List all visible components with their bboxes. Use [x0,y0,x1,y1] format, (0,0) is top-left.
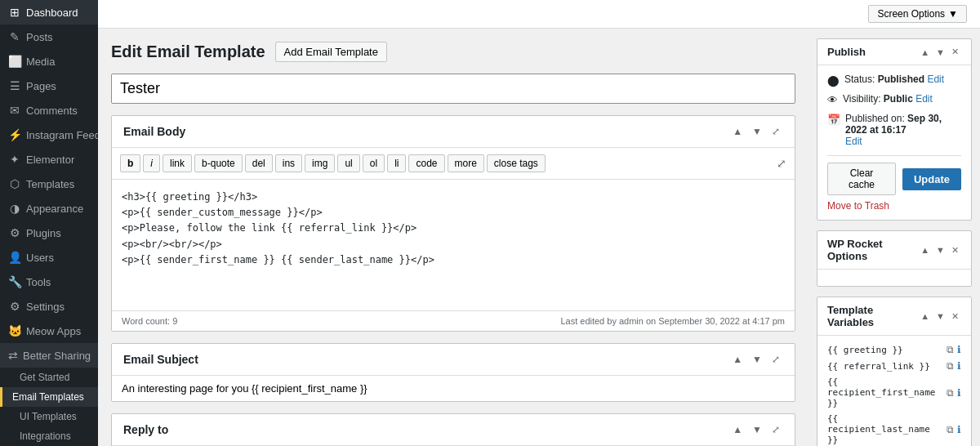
wp-rocket-down-icon[interactable]: ▼ [933,244,947,256]
subject-collapse-down-icon[interactable]: ▼ [749,352,765,367]
users-icon: 👤 [8,251,21,264]
update-button[interactable]: Update [902,168,961,190]
sidebar-item-elementor[interactable]: ✦ Elementor [0,147,98,172]
publish-controls: ▲ ▼ ✕ [918,46,961,58]
template-var-name: {{ recipient_first_name }} [827,377,943,408]
reply-collapse-up-icon[interactable]: ▲ [729,422,746,437]
sidebar-item-comments[interactable]: ✉ Comments [0,98,98,123]
status-edit-link[interactable]: Edit [927,74,944,85]
sidebar-item-users[interactable]: 👤 Users [0,245,98,270]
published-edit-link[interactable]: Edit [845,136,862,147]
email-subject-panel: Email Subject ▲ ▼ ⤢ [111,343,795,402]
sidebar-label: Comments [26,105,78,117]
screen-options-button[interactable]: Screen Options ▼ [868,5,967,23]
publish-title: Publish [827,46,866,58]
wp-rocket-header: WP Rocket Options ▲ ▼ ✕ [817,231,971,270]
visibility-edit-link[interactable]: Edit [915,93,933,105]
wp-rocket-title: WP Rocket Options [827,238,918,262]
sidebar-label: Better Sharing [23,350,91,362]
publish-close-icon[interactable]: ✕ [949,46,961,58]
sidebar-sub-ui-templates[interactable]: UI Templates [0,407,98,426]
sidebar-item-meow[interactable]: 🐱 Meow Apps [0,319,98,343]
bold-button[interactable]: b [120,154,140,172]
reply-collapse-down-icon[interactable]: ▼ [749,422,765,437]
info-icon[interactable]: ℹ [957,424,961,435]
wp-rocket-close-icon[interactable]: ✕ [949,244,961,256]
move-to-trash-link[interactable]: Move to Trash [827,200,961,212]
pages-icon: ☰ [8,79,21,92]
editor-content[interactable]: <h3>{{ greeting }}</h3> <p>{{ sender_cus… [112,180,795,310]
sidebar-item-tools[interactable]: 🔧 Tools [0,270,98,294]
clear-cache-button[interactable]: Clear cache [827,163,896,195]
publish-body: ⬤ Status: Published Edit 👁 Visibility: P… [817,65,971,220]
copy-icon[interactable]: ⧉ [947,424,954,435]
info-icon[interactable]: ℹ [957,344,961,355]
reply-expand-icon[interactable]: ⤢ [768,422,783,437]
template-var-name: {{ greeting }} [827,345,943,355]
subject-collapse-up-icon[interactable]: ▲ [729,352,746,367]
email-subject-header: Email Subject ▲ ▼ ⤢ [112,344,795,376]
ol-button[interactable]: ol [363,154,385,172]
chevron-down-icon: ▼ [948,8,958,20]
add-email-template-button[interactable]: Add Email Template [275,42,387,62]
ins-button[interactable]: ins [275,154,302,172]
sidebar-label: Instagram Feeds [26,129,98,141]
li-button[interactable]: li [387,154,406,172]
posts-icon: ✎ [8,30,21,43]
page-title: Edit Email Template [111,42,265,61]
email-subject-input[interactable] [112,376,795,401]
meow-icon: 🐱 [8,324,21,337]
sidebar-item-posts[interactable]: ✎ Posts [0,25,98,49]
reply-to-title: Reply to [123,423,168,436]
info-icon[interactable]: ℹ [957,360,961,372]
sidebar-sub-get-started[interactable]: Get Started [0,368,98,387]
reply-to-panel: Reply to ▲ ▼ ⤢ Use Sender's name and ema… [111,413,795,446]
template-title-input[interactable] [111,74,795,104]
sidebar-item-instagram[interactable]: ⚡ Instagram Feeds [0,123,98,147]
better-sharing-icon: ⇄ [8,349,18,362]
collapse-down-icon[interactable]: ▼ [749,124,765,139]
bquote-button[interactable]: b-quote [194,154,243,172]
email-body-header: Email Body ▲ ▼ ⤢ [112,116,795,148]
sidebar-item-settings[interactable]: ⚙ Settings [0,294,98,319]
img-button[interactable]: img [305,154,335,172]
code-button[interactable]: code [408,154,444,172]
close-tags-button[interactable]: close tags [487,154,546,172]
sidebar-item-media[interactable]: ⬜ Media [0,49,98,74]
sidebar-item-appearance[interactable]: ◑ Appearance [0,196,98,221]
sidebar-label: Pages [26,80,56,92]
sidebar-item-dashboard[interactable]: ⊞ Dashboard [0,0,98,25]
fullscreen-button[interactable]: ⤢ [777,157,786,170]
template-vars-down-icon[interactable]: ▼ [933,310,947,323]
info-icon[interactable]: ℹ [957,387,961,399]
templates-icon: ⬡ [8,177,21,190]
collapse-up-icon[interactable]: ▲ [729,124,746,139]
sidebar-sub-email-templates[interactable]: Email Templates [0,387,98,407]
del-button[interactable]: del [245,154,273,172]
sidebar-sub-integrations[interactable]: Integrations [0,426,98,446]
template-vars-title: Template Variables [827,304,918,328]
expand-icon[interactable]: ⤢ [768,124,783,139]
sidebar-item-pages[interactable]: ☰ Pages [0,74,98,98]
sidebar-item-templates[interactable]: ⬡ Templates [0,172,98,196]
ul-button[interactable]: ul [337,154,359,172]
copy-icon[interactable]: ⧉ [947,387,954,399]
template-vars-up-icon[interactable]: ▲ [918,310,932,323]
more-button[interactable]: more [448,154,484,172]
link-button[interactable]: link [163,154,192,172]
email-subject-title: Email Subject [123,353,198,366]
italic-button[interactable]: i [143,154,160,172]
publish-down-icon[interactable]: ▼ [933,46,947,58]
template-vars-controls: ▲ ▼ ✕ [918,310,961,323]
copy-icon[interactable]: ⧉ [947,344,954,355]
sidebar-item-better-sharing[interactable]: ⇄ Better Sharing [0,343,98,368]
sidebar-item-plugins[interactable]: ⚙ Plugins [0,221,98,245]
template-variables-panel: Template Variables ▲ ▼ ✕ {{ greeting }}⧉… [817,297,972,446]
copy-icon[interactable]: ⧉ [947,360,954,372]
subject-expand-icon[interactable]: ⤢ [768,352,783,367]
publish-panel: Publish ▲ ▼ ✕ ⬤ Status: Published Edit [817,38,972,221]
editor-area: Edit Email Template Add Email Template E… [98,29,808,446]
template-vars-close-icon[interactable]: ✕ [949,310,961,323]
wp-rocket-up-icon[interactable]: ▲ [918,244,932,256]
publish-up-icon[interactable]: ▲ [918,46,932,58]
